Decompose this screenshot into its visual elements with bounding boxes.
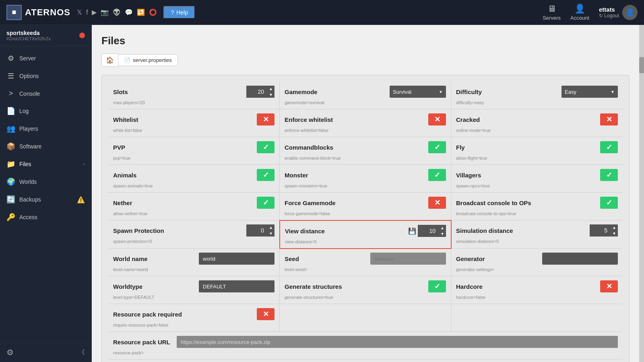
sidebar-item-backups[interactable]: 🔄 Backups ⚠️ [0,191,91,208]
spawn-protection-input[interactable]: ▲ ▼ [246,224,275,237]
force-gamemode-toggle[interactable]: ✕ [428,197,446,209]
servers-label: Servers [543,15,561,21]
avatar[interactable]: 👤 [622,5,638,20]
setting-force-gamemode: Force Gamemode ✕ force-gamemode=false [280,193,451,220]
setting-cracked: Cracked ✕ online-mode=true [451,109,623,137]
logo[interactable]: ■ ATERNOS [6,5,70,20]
sidebar-item-log[interactable]: 📄 Log [0,102,91,120]
slots-up[interactable]: ▲ [267,86,275,92]
enforce-whitelist-label: Enforce whitelist [285,116,333,123]
difficulty-select[interactable]: Easy Normal Hard Peaceful [561,86,618,98]
enforce-whitelist-meta: enforce-whitelist=false [285,128,446,133]
seed-label: Seed [285,255,299,262]
generator-meta: generator-settings= [456,267,618,272]
sidebar-item-console[interactable]: > Console [0,85,91,102]
worldtype-meta: level-type=DEFAULT [113,295,275,300]
view-distance-up[interactable]: ▲ [439,225,446,231]
resource-pack-required-x-icon: ✕ [263,310,269,319]
cracked-toggle[interactable]: ✕ [600,113,618,125]
simulation-distance-up[interactable]: ▲ [611,224,618,230]
facebook-icon[interactable]: f [86,9,88,16]
sidebar-item-players[interactable]: 👥 Players [0,120,91,138]
view-distance-down[interactable]: ▼ [439,231,446,237]
sidebar-item-worlds[interactable]: 🌍 Worlds [0,173,91,191]
twitter-icon[interactable]: 𝕏 [77,8,82,16]
reddit-icon[interactable]: 👽 [113,8,121,16]
view-distance-buttons: ▲ ▼ [439,225,446,237]
account-nav[interactable]: 👤 Account [570,4,589,21]
spawn-protection-field[interactable] [246,224,267,237]
slots-field[interactable] [246,86,267,98]
scrollbar-track[interactable] [639,25,644,362]
view-distance-meta: view-distance=5 [285,239,446,244]
github-icon[interactable]: ⭕ [149,8,157,16]
sidebar-item-files[interactable]: 📁 Files › [0,155,91,173]
simulation-distance-input[interactable]: ▲ ▼ [590,224,618,237]
account-icon: 👤 [574,4,585,14]
instagram-icon[interactable]: 📷 [101,8,109,16]
animals-toggle[interactable]: ✓ [257,169,275,181]
worldtype-field[interactable] [199,280,275,292]
help-button[interactable]: ? Help [163,6,195,19]
slots-down[interactable]: ▼ [267,92,275,98]
generate-structures-toggle[interactable]: ✓ [428,280,446,292]
seed-field[interactable] [370,253,446,265]
gamemode-meta: gamemode=survival [285,100,446,105]
world-name-field[interactable] [199,253,275,265]
world-name-meta: level-name=world [113,267,275,272]
setting-hardcore: Hardcore ✕ hardcore=false [451,276,623,304]
sidebar-item-access[interactable]: 🔑 Access [0,208,91,226]
scrollbar-thumb[interactable] [639,57,644,73]
simulation-distance-down[interactable]: ▼ [611,230,618,237]
slots-input[interactable]: ▲ ▼ [246,86,275,98]
sidebar-item-server[interactable]: ⚙ Server [0,49,91,67]
villagers-toggle[interactable]: ✓ [600,169,618,181]
monster-toggle[interactable]: ✓ [428,169,446,181]
setting-resource-pack-required: Resource pack required ✕ require-resourc… [108,304,280,332]
broadcast-console-toggle[interactable]: ✓ [600,197,618,209]
logo-box: ■ [6,5,22,20]
sidebar-label-log: Log [19,108,29,114]
topnav: ■ ATERNOS 𝕏 f ▶ 📷 👽 💬 🔁 ⭕ ? Help 🖥 Serve… [0,0,644,25]
breadcrumb-home[interactable]: 🏠 [101,53,118,67]
view-distance-field[interactable] [418,225,439,237]
empty-cell-2 [451,304,623,332]
sidebar-item-software[interactable]: 📦 Software [0,138,91,155]
nether-toggle[interactable]: ✓ [257,197,275,209]
pvp-toggle[interactable]: ✓ [257,141,275,153]
pvp-label: PVP [113,144,125,151]
settings-icon[interactable]: ⚙ [6,348,14,357]
gamemode-select[interactable]: Survival Creative Adventure Spectator [390,86,446,98]
status-indicator [79,33,85,38]
spawn-protection-down[interactable]: ▼ [267,230,275,237]
mastodon-icon[interactable]: 🔁 [137,8,145,16]
resource-pack-url-field[interactable] [177,336,618,348]
youtube-icon[interactable]: ▶ [92,8,97,16]
fly-meta: allow-flight=true [456,156,618,160]
simulation-distance-field[interactable] [590,224,611,237]
generator-field[interactable] [542,253,618,265]
setting-gamemode: Gamemode Survival Creative Adventure Spe… [280,82,451,109]
view-distance-input[interactable]: 💾 ▲ ▼ [408,225,446,237]
commandblocks-toggle[interactable]: ✓ [428,141,446,153]
fly-toggle[interactable]: ✓ [600,141,618,153]
sidebar-label-files: Files [19,161,31,167]
settings-container: Slots ▲ ▼ max-players=20 Gamemode [101,75,630,362]
collapse-icon[interactable]: 《 [78,348,85,357]
servers-nav[interactable]: 🖥 Servers [543,4,561,21]
force-gamemode-label: Force Gamemode [285,200,336,206]
enforce-whitelist-toggle[interactable]: ✕ [428,113,446,125]
resource-pack-required-toggle[interactable]: ✕ [257,308,275,320]
whitelist-toggle[interactable]: ✕ [257,113,275,125]
sidebar-item-options[interactable]: ☰ Options [0,67,91,85]
logout-link[interactable]: ↻ Logout [599,13,619,19]
setting-simulation-distance: Simulation distance ▲ ▼ simulation-dista… [451,220,623,249]
gamemode-select-wrapper[interactable]: Survival Creative Adventure Spectator [390,86,446,98]
hardcore-toggle[interactable]: ✕ [600,280,618,292]
villagers-label: Villagers [456,172,481,179]
discord-icon[interactable]: 💬 [125,8,133,16]
breadcrumb-file[interactable]: 📄 server.properties [118,54,178,66]
logo-text: ATERNOS [25,7,70,18]
spawn-protection-up[interactable]: ▲ [267,224,275,230]
difficulty-select-wrapper[interactable]: Easy Normal Hard Peaceful [561,86,618,98]
